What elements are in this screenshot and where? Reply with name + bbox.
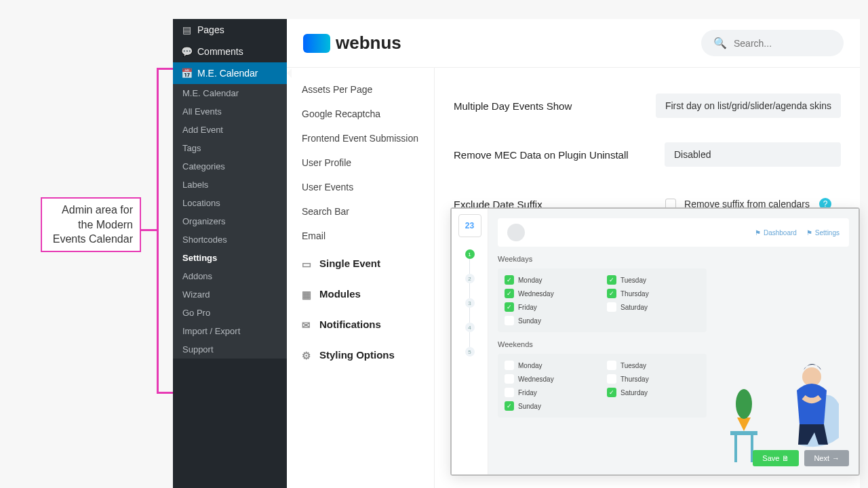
sidebar-sub-import-export[interactable]: Import / Export <box>173 322 287 340</box>
wizard-step-5[interactable]: 5 <box>465 347 475 357</box>
day-monday[interactable]: Monday <box>505 361 597 370</box>
pages-icon: ▤ <box>181 24 192 35</box>
sidebar-item-comments[interactable]: 💬 Comments <box>173 41 287 62</box>
nav-head-single-event[interactable]: ▭Single Event <box>287 248 434 279</box>
topbar: webnus 🔍 <box>287 19 860 68</box>
sidebar-submenu: M.E. CalendarAll EventsAdd EventTagsCate… <box>173 84 287 359</box>
nav-google-recaptcha[interactable]: Google Recaptcha <box>287 102 434 126</box>
head-icon: ▭ <box>302 258 313 269</box>
checkbox[interactable] <box>505 374 514 384</box>
day-wednesday[interactable]: Wednesday <box>505 289 597 298</box>
sidebar-sub-all-events[interactable]: All Events <box>173 102 287 121</box>
day-tuesday[interactable]: Tuesday <box>607 275 700 285</box>
svg-point-7 <box>802 367 821 386</box>
checkbox[interactable] <box>607 302 616 312</box>
checkbox[interactable] <box>607 374 616 384</box>
checkbox[interactable] <box>505 316 514 325</box>
sidebar-item-pages[interactable]: ▤ Pages <box>173 19 287 41</box>
day-monday[interactable]: Monday <box>505 275 597 285</box>
wizard-step-3[interactable]: 3 <box>465 298 475 308</box>
wizard-illustration <box>713 255 849 465</box>
settings-nav: Assets Per PageGoogle RecaptchaFrontend … <box>287 68 435 488</box>
wizard-logo-icon: 23 <box>458 214 481 237</box>
sidebar-sub-shortcodes[interactable]: Shortcodes <box>173 230 287 249</box>
nav-frontend-event-submission[interactable]: Frontend Event Submission <box>287 126 434 150</box>
day-saturday[interactable]: Saturday <box>607 388 700 397</box>
nav-head-notifications[interactable]: ✉Notifications <box>287 309 434 340</box>
setting-value[interactable]: Disabled <box>665 142 841 167</box>
sidebar-sub-settings[interactable]: Settings <box>173 249 287 267</box>
setting-label: Multiple Day Events Show <box>454 100 572 112</box>
checkbox[interactable] <box>505 388 514 397</box>
sidebar-sub-organizers[interactable]: Organizers <box>173 212 287 230</box>
wizard-topbar: ⚑Dashboard⚑Settings <box>498 218 849 247</box>
sidebar-sub-go-pro[interactable]: Go Pro <box>173 304 287 322</box>
nav-user-events[interactable]: User Events <box>287 175 434 199</box>
wp-admin-sidebar: ▤ Pages 💬 Comments 📅 M.E. Calendar M.E. … <box>173 19 287 488</box>
svg-rect-1 <box>730 431 757 435</box>
sidebar-sub-m-e-calendar[interactable]: M.E. Calendar <box>173 84 287 102</box>
checkbox[interactable] <box>505 401 514 411</box>
nav-head-modules[interactable]: ▦Modules <box>287 279 434 309</box>
wizard-link-settings[interactable]: ⚑Settings <box>806 229 840 237</box>
save-button[interactable]: Save 🗎 <box>753 450 799 466</box>
checkbox[interactable] <box>505 289 514 298</box>
day-label: Thursday <box>620 375 649 383</box>
wizard-step-2[interactable]: 2 <box>465 274 475 283</box>
wizard-rail: 23 12345 <box>452 209 488 474</box>
sidebar-sub-addons[interactable]: Addons <box>173 267 287 285</box>
day-thursday[interactable]: Thursday <box>607 289 700 298</box>
day-friday[interactable]: Friday <box>505 388 597 397</box>
day-label: Tuesday <box>620 362 646 369</box>
next-button[interactable]: Next → <box>804 450 849 466</box>
checkbox[interactable] <box>607 275 616 285</box>
wizard-step-4[interactable]: 4 <box>465 323 475 332</box>
search-box[interactable]: 🔍 <box>701 30 844 56</box>
checkbox[interactable] <box>505 275 514 285</box>
day-tuesday[interactable]: Tuesday <box>607 361 700 370</box>
nav-user-profile[interactable]: User Profile <box>287 150 434 175</box>
nav-email[interactable]: Email <box>287 224 434 248</box>
setting-value[interactable]: First day on list/grid/slider/agenda ski… <box>656 94 841 118</box>
day-thursday[interactable]: Thursday <box>607 374 700 384</box>
day-label: Monday <box>518 362 542 369</box>
wizard-step-1[interactable]: 1 <box>465 249 475 259</box>
avatar[interactable] <box>507 224 525 241</box>
sidebar-label: M.E. Calendar <box>197 68 258 79</box>
svg-rect-2 <box>734 435 737 462</box>
setting-row: Remove MEC Data on Plugin UninstallDisab… <box>454 130 841 179</box>
sidebar-sub-tags[interactable]: Tags <box>173 139 287 157</box>
sidebar-sub-wizard[interactable]: Wizard <box>173 285 287 304</box>
day-label: Sunday <box>518 317 541 325</box>
day-wednesday[interactable]: Wednesday <box>505 374 597 384</box>
comments-icon: 💬 <box>181 46 192 57</box>
sidebar-sub-locations[interactable]: Locations <box>173 194 287 212</box>
day-label: Monday <box>518 277 542 284</box>
checkbox[interactable] <box>607 388 616 397</box>
wizard-link-dashboard[interactable]: ⚑Dashboard <box>755 229 797 237</box>
sidebar-sub-categories[interactable]: Categories <box>173 157 287 176</box>
nav-assets-per-page[interactable]: Assets Per Page <box>287 77 434 102</box>
day-sunday[interactable]: Sunday <box>505 316 597 325</box>
nav-search-bar[interactable]: Search Bar <box>287 199 434 224</box>
sidebar-item-mec[interactable]: 📅 M.E. Calendar <box>173 62 287 84</box>
search-input[interactable] <box>734 38 831 49</box>
day-label: Friday <box>518 389 537 396</box>
checkbox[interactable] <box>505 302 514 312</box>
day-friday[interactable]: Friday <box>505 302 597 312</box>
brand-name: webnus <box>336 33 401 54</box>
head-icon: ▦ <box>302 289 313 300</box>
sidebar-sub-support[interactable]: Support <box>173 340 287 359</box>
sidebar-sub-add-event[interactable]: Add Event <box>173 121 287 139</box>
day-sunday[interactable]: Sunday <box>505 401 597 411</box>
day-label: Saturday <box>620 389 648 396</box>
day-label: Wednesday <box>518 375 554 383</box>
head-icon: ✉ <box>302 319 313 330</box>
sidebar-sub-labels[interactable]: Labels <box>173 176 287 194</box>
checkbox[interactable] <box>607 361 616 370</box>
day-saturday[interactable]: Saturday <box>607 302 700 312</box>
checkbox[interactable] <box>607 289 616 298</box>
checkbox[interactable] <box>505 361 514 370</box>
nav-head-styling-options[interactable]: ⚙Styling Options <box>287 340 434 370</box>
head-icon: ⚙ <box>302 350 313 361</box>
